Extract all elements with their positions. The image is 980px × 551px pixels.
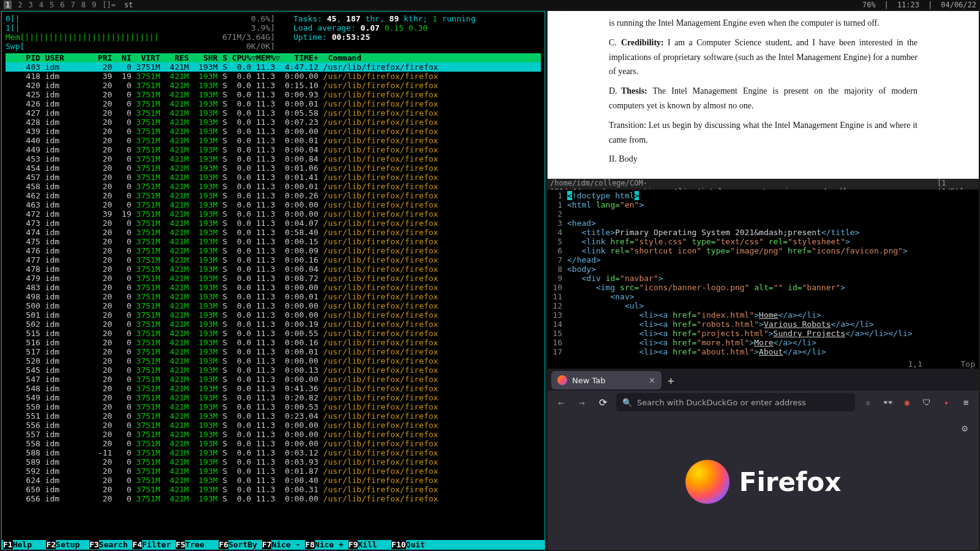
process-row[interactable]: 501 idm 20 0 3751M 421M 193M S 0.0 11.3 … — [6, 310, 541, 320]
process-row[interactable]: 545 idm 20 0 3751M 421M 193M S 0.0 11.3 … — [6, 365, 541, 375]
code-line[interactable]: 15 <li><a href="projects.html">Sundry Pr… — [550, 329, 976, 338]
process-row[interactable]: 592 idm 20 0 3751M 421M 193M S 0.0 11.3 … — [6, 467, 541, 476]
code-line[interactable]: 12 <ul> — [550, 301, 976, 310]
process-row[interactable]: 428 idm 20 0 3751M 421M 193M S 0.0 11.3 … — [6, 118, 541, 127]
process-row[interactable]: 426 idm 20 0 3751M 421M 193M S 0.0 11.3 … — [6, 99, 541, 108]
process-row[interactable]: 502 idm 20 0 3751M 421M 193M S 0.0 11.3 … — [6, 320, 541, 329]
code-line[interactable]: 2 — [550, 209, 976, 219]
htop-rows[interactable]: 403 idm 20 0 3751M 421M 193M S 0.0 11.3 … — [6, 62, 541, 503]
process-row[interactable]: 476 idm 20 0 3751M 421M 193M S 0.0 11.3 … — [6, 246, 541, 255]
code-line[interactable]: 8<body> — [550, 264, 976, 274]
process-row[interactable]: 425 idm 20 0 3751M 421M 193M S 0.0 11.3 … — [6, 90, 541, 99]
process-row[interactable]: 454 idm 20 0 3751M 421M 193M S 0.0 11.3 … — [6, 163, 541, 173]
code-line[interactable]: 5 <link href="style.css" type="text/css"… — [550, 237, 976, 246]
process-row[interactable]: 558 idm 20 0 3751M 421M 193M S 0.0 11.3 … — [6, 439, 541, 448]
extension-icon[interactable]: 👓 — [881, 397, 894, 407]
code-line[interactable]: 17 <li><a href="about.html">About</a></l… — [550, 347, 976, 356]
process-row[interactable]: 440 idm 20 0 3751M 421M 193M S 0.0 11.3 … — [6, 136, 541, 145]
back-button[interactable]: ← — [554, 397, 568, 408]
workspace-1[interactable]: 1 — [4, 1, 12, 9]
reload-button[interactable]: ⟳ — [595, 397, 610, 408]
process-row[interactable]: 624 idm 20 0 3751M 421M 193M S 0.0 11.3 … — [6, 476, 541, 485]
pocket-icon[interactable]: ✦ — [940, 397, 953, 407]
ddg-icon[interactable]: ◉ — [900, 397, 914, 407]
forward-button[interactable]: → — [575, 397, 589, 408]
workspace-[]=[interactable]: []= — [102, 1, 116, 9]
process-row[interactable]: 656 idm 20 0 3751M 421M 193M S 0.0 11.3 … — [6, 494, 541, 503]
workspace-8[interactable]: 8 — [81, 1, 86, 9]
code-line[interactable]: 6 <link rel="shortcut icon" type="image/… — [550, 246, 976, 255]
process-row[interactable]: 418 idm 39 19 3751M 421M 193M S 0.0 11.3… — [6, 72, 541, 81]
process-row[interactable]: 551 idm 20 0 3751M 421M 193M S 0.0 11.3 … — [6, 411, 541, 421]
process-row[interactable]: 453 idm 20 0 3751M 421M 193M S 0.0 11.3 … — [6, 154, 541, 163]
process-row[interactable]: 515 idm 20 0 3751M 421M 193M S 0.0 11.3 … — [6, 329, 541, 338]
process-row[interactable]: 547 idm 20 0 3751M 421M 193M S 0.0 11.3 … — [6, 375, 541, 384]
workspace-4[interactable]: 4 — [39, 1, 43, 9]
workspace-3[interactable]: 3 — [28, 1, 32, 9]
code-line[interactable]: 9 <div id="navbar"> — [550, 274, 976, 283]
code-line[interactable]: 1<!doctype html> — [550, 191, 976, 200]
swp-meter: Swp[0K/0K] — [6, 42, 275, 51]
workspace-9[interactable]: 9 — [92, 1, 96, 9]
process-row[interactable]: 550 idm 20 0 3751M 421M 193M S 0.0 11.3 … — [6, 402, 541, 411]
code-line[interactable]: 3<head> — [550, 219, 976, 228]
process-row[interactable]: 498 idm 20 0 3751M 421M 193M S 0.0 11.3 … — [6, 292, 541, 301]
process-row[interactable]: 556 idm 20 0 3751M 421M 193M S 0.0 11.3 … — [6, 421, 541, 430]
process-row[interactable]: 475 idm 20 0 3751M 421M 193M S 0.0 11.3 … — [6, 237, 541, 246]
menu-icon[interactable]: ≡ — [959, 397, 973, 407]
code-line[interactable]: 1<html lang="en"> — [550, 200, 976, 209]
process-row[interactable]: 463 idm 20 0 3751M 421M 193M S 0.0 11.3 … — [6, 200, 541, 209]
process-row[interactable]: 557 idm 20 0 3751M 421M 193M S 0.0 11.3 … — [6, 430, 541, 439]
tab-strip[interactable]: New Tab ✕ + — [548, 370, 979, 391]
process-row[interactable]: 477 idm 20 0 3751M 421M 193M S 0.0 11.3 … — [6, 255, 541, 264]
process-row[interactable]: 472 idm 39 19 3751M 421M 193M S 0.0 11.3… — [6, 209, 541, 219]
process-row[interactable]: 520 idm 20 0 3751M 421M 193M S 0.0 11.3 … — [6, 356, 541, 365]
process-row[interactable]: 517 idm 20 0 3751M 421M 193M S 0.0 11.3 … — [6, 347, 541, 356]
bookmark-icon[interactable]: ☆ — [861, 397, 875, 407]
process-row[interactable]: 474 idm 20 0 3751M 421M 193M S 0.0 11.3 … — [6, 228, 541, 237]
process-row[interactable]: 457 idm 20 0 3751M 421M 193M S 0.0 11.3 … — [6, 173, 541, 182]
code-line[interactable]: 13 <li><a href="index.html">Home</a></li… — [550, 310, 976, 320]
process-row[interactable]: 473 idm 20 0 3751M 421M 193M S 0.0 11.3 … — [6, 219, 541, 228]
process-row[interactable]: 589 idm 20 0 3751M 421M 193M S 0.0 11.3 … — [6, 457, 541, 467]
code-line[interactable]: 4 <title>Primary Operating System 2021&m… — [550, 228, 976, 237]
process-row[interactable]: 420 idm 20 0 3751M 421M 193M S 0.0 11.3 … — [6, 81, 541, 90]
code-line[interactable]: 7</head> — [550, 255, 976, 264]
url-bar[interactable]: 🔍 Search with DuckDuckGo or enter addres… — [616, 393, 855, 411]
process-row[interactable]: 403 idm 20 0 3751M 421M 193M S 0.0 11.3 … — [6, 62, 541, 72]
process-row[interactable]: 449 idm 20 0 3751M 421M 193M S 0.0 11.3 … — [6, 145, 541, 154]
close-icon[interactable]: ✕ — [649, 376, 655, 385]
process-row[interactable]: 462 idm 20 0 3751M 421M 193M S 0.0 11.3 … — [6, 191, 541, 200]
htop-header[interactable]: PID USER PRI NI VIRT RES SHR S CPU%▽MEM%… — [6, 53, 541, 62]
process-row[interactable]: 549 idm 20 0 3751M 421M 193M S 0.0 11.3 … — [6, 393, 541, 402]
process-row[interactable]: 483 idm 20 0 3751M 421M 193M S 0.0 11.3 … — [6, 283, 541, 292]
gear-icon[interactable]: ⚙ — [962, 422, 968, 434]
process-row[interactable]: 478 idm 20 0 3751M 421M 193M S 0.0 11.3 … — [6, 264, 541, 274]
process-row[interactable]: 650 idm 20 0 3751M 421M 193M S 0.0 11.3 … — [6, 485, 541, 494]
vim-pane[interactable]: 1<!doctype html>1<html lang="en">23<head… — [548, 190, 979, 369]
process-row[interactable]: 439 idm 20 0 3751M 421M 193M S 0.0 11.3 … — [6, 127, 541, 136]
pdf-pane[interactable]: is running the Intel Management Engine e… — [548, 11, 979, 189]
process-row[interactable]: 516 idm 20 0 3751M 421M 193M S 0.0 11.3 … — [6, 338, 541, 347]
process-row[interactable]: 548 idm 20 0 3751M 421M 193M S 0.0 11.3 … — [6, 384, 541, 393]
process-row[interactable]: 588 idm -11 0 3751M 421M 193M S 0.0 11.3… — [6, 448, 541, 457]
code-line[interactable]: 11 <nav> — [550, 292, 976, 301]
process-row[interactable]: 500 idm 20 0 3751M 421M 193M S 0.0 11.3 … — [6, 301, 541, 310]
firefox-pane[interactable]: New Tab ✕ + ← → ⟳ 🔍 Search with DuckDuck… — [548, 370, 979, 550]
code-line[interactable]: 16 <li><a href="more.html">More</a></li> — [550, 338, 976, 347]
new-tab-button[interactable]: + — [668, 374, 674, 387]
workspace-5[interactable]: 5 — [50, 1, 54, 9]
shield-icon[interactable]: 🛡 — [920, 397, 933, 407]
process-row[interactable]: 458 idm 20 0 3751M 421M 193M S 0.0 11.3 … — [6, 182, 541, 191]
htop-footer[interactable]: F1Help F2Setup F3Search F4Filter F5Tree … — [2, 540, 545, 549]
code-line[interactable]: 14 <li><a href="robots.html">Various Rob… — [550, 320, 976, 329]
process-row[interactable]: 479 idm 20 0 3751M 421M 193M S 0.0 11.3 … — [6, 274, 541, 283]
workspace-6[interactable]: 6 — [60, 1, 64, 9]
process-row[interactable]: 427 idm 20 0 3751M 421M 193M S 0.0 11.3 … — [6, 108, 541, 118]
htop-pane[interactable]: 0[|0.6%] 1[|3.9%] Mem[||||||||||||||||||… — [1, 11, 545, 550]
browser-tab[interactable]: New Tab ✕ — [551, 371, 662, 389]
workspace-2[interactable]: 2 — [18, 1, 22, 9]
workspace-7[interactable]: 7 — [70, 1, 75, 9]
workspace-list[interactable]: 123456789[]= — [4, 1, 116, 9]
code-line[interactable]: 10 <img src="icons/banner-logo.png" alt=… — [550, 283, 976, 292]
